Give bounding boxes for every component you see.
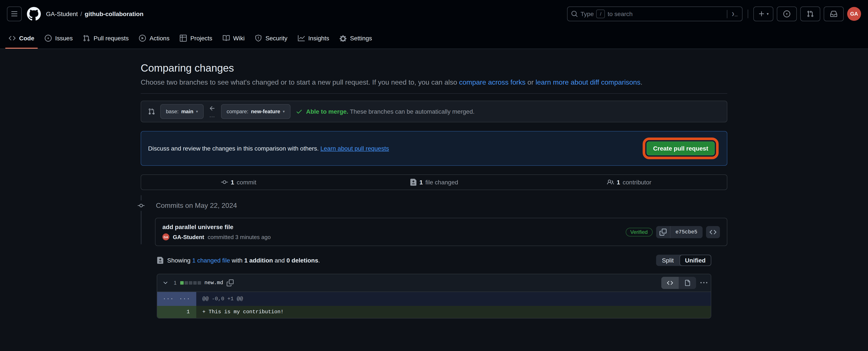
github-logo-icon[interactable] [27, 7, 41, 21]
tab-label: Issues [55, 35, 73, 42]
commits-date-heading: Commits on May 22, 2024 [156, 202, 237, 210]
inbox-icon [830, 10, 837, 17]
files-changed-stat[interactable]: 1 file changed [336, 179, 531, 186]
stat-count: 1 [231, 179, 234, 186]
file-diff-icon [410, 179, 417, 186]
gear-icon [340, 35, 346, 42]
create-pull-request-button[interactable]: Create pull request [647, 141, 715, 155]
tab-issues[interactable]: Issues [41, 28, 76, 48]
tab-pull-requests[interactable]: Pull requests [80, 28, 132, 48]
commit-sha-group: e75cbe5 [656, 226, 703, 238]
search-input[interactable]: Type / to search ❯_ [567, 6, 743, 21]
banner-text: Discuss and review the changes in this c… [148, 145, 320, 152]
pull-request-banner: Discuss and review the changes in this c… [141, 131, 727, 166]
header-actions: Type / to search ❯_ ▾ GA [567, 6, 861, 21]
compare-branch-selector[interactable]: compare: new-feature ▾ [221, 104, 290, 119]
issue-opened-icon [45, 35, 52, 42]
notifications-inbox-button[interactable] [824, 6, 844, 21]
source-rendered-toggle [661, 277, 696, 289]
additions-count: 1 addition [244, 257, 273, 264]
compare-branch-name: new-feature [251, 108, 280, 114]
diff-hunk-row: ··· ··· @@ -0,0 +1 @@ [157, 292, 711, 306]
search-icon [571, 10, 578, 17]
tab-insights[interactable]: Insights [294, 28, 333, 48]
tab-actions[interactable]: Actions [136, 28, 173, 48]
changed-file-link[interactable]: 1 changed file [192, 257, 230, 264]
addition-line-content: + This is my contribution! [196, 306, 711, 318]
expand-up-button[interactable]: ··· [163, 296, 174, 302]
tab-settings[interactable]: Settings [336, 28, 375, 48]
tab-label: Settings [350, 35, 372, 42]
check-icon [296, 108, 303, 115]
tab-projects[interactable]: Projects [177, 28, 216, 48]
diff-view-toggle: Split Unified [656, 255, 711, 266]
diffstat-addition-block [180, 281, 183, 285]
git-compare-icon [148, 108, 155, 115]
play-icon [139, 35, 146, 42]
files-summary-row: Showing 1 changed file with 1 addition a… [157, 255, 711, 266]
base-branch-name: main [181, 108, 193, 114]
unified-view-button[interactable]: Unified [679, 255, 711, 266]
description-text: Choose two branches to see what's change… [141, 78, 459, 86]
user-avatar[interactable]: GA [847, 7, 861, 21]
file-options-button[interactable] [701, 279, 707, 286]
tab-code[interactable]: Code [5, 28, 38, 48]
tab-label: Actions [150, 35, 169, 42]
diffstat-neutral-block [197, 281, 201, 285]
copy-sha-button[interactable] [656, 226, 670, 238]
divider [141, 93, 727, 94]
commit-title-link[interactable]: add parallel universe file [162, 223, 234, 231]
merge-status-text: Able to merge. [306, 108, 348, 115]
branch-range: ... [209, 105, 216, 118]
verified-badge[interactable]: Verified [625, 227, 652, 236]
stat-label: file changed [425, 179, 458, 186]
tab-label: Code [19, 35, 34, 42]
compare-across-forks-link[interactable]: compare across forks [459, 78, 526, 86]
breadcrumb-separator: / [80, 10, 82, 17]
git-commit-icon [138, 201, 145, 211]
view-source-button[interactable] [661, 277, 679, 289]
three-bars-icon [11, 10, 18, 17]
book-icon [223, 35, 230, 42]
browse-code-button[interactable] [706, 226, 720, 238]
chevron-down-icon [162, 280, 168, 286]
repo-nav: Code Issues Pull requests Actions Projec… [0, 28, 868, 49]
caret-down-icon: ▾ [767, 12, 769, 16]
pull-requests-header-button[interactable] [800, 6, 820, 21]
commits-section: Commits on May 22, 2024 add parallel uni… [141, 201, 727, 246]
tab-security[interactable]: Security [252, 28, 291, 48]
breadcrumb-repo-link[interactable]: github-collaboration [85, 10, 144, 17]
stat-count: 1 [617, 179, 620, 186]
copy-file-path-button[interactable] [227, 279, 234, 286]
commits-stat[interactable]: 1 commit [141, 179, 336, 186]
tab-wiki[interactable]: Wiki [219, 28, 248, 48]
commit-sha-link[interactable]: e75cbe5 [670, 226, 703, 238]
description-text: . [641, 78, 643, 86]
create-new-button[interactable]: ▾ [753, 6, 773, 21]
issues-header-button[interactable] [777, 6, 797, 21]
files-changed-section: Showing 1 changed file with 1 addition a… [157, 255, 711, 318]
file-diff-box: 1 new.md [157, 274, 711, 318]
learn-about-pull-requests-link[interactable]: Learn about pull requests [320, 145, 389, 152]
commit-author-link[interactable]: GA-Student [173, 234, 204, 240]
files-summary-text: Showing 1 changed file with 1 addition a… [167, 257, 320, 264]
commit-author-avatar[interactable]: GA [162, 234, 169, 240]
breadcrumb-owner-link[interactable]: GA-Student [46, 10, 78, 17]
command-palette-icon[interactable]: ❯_ [727, 10, 739, 18]
search-placeholder-suffix: to search [608, 10, 633, 17]
tab-label: Pull requests [94, 35, 129, 42]
line-number-gutter[interactable]: 1 [157, 306, 196, 318]
merge-status-detail: These branches can be automatically merg… [348, 108, 474, 115]
contributors-stat[interactable]: 1 contributor [532, 179, 727, 186]
base-branch-selector[interactable]: base: main ▾ [160, 104, 204, 119]
diff-comparisons-link[interactable]: learn more about diff comparisons [536, 78, 641, 86]
collapse-file-button[interactable] [161, 278, 170, 288]
merge-status: Able to merge. These branches can be aut… [296, 108, 474, 115]
expand-down-button[interactable]: ··· [179, 296, 191, 302]
view-rendered-button[interactable] [679, 277, 696, 289]
copy-icon [227, 279, 234, 286]
hamburger-menu-button[interactable] [7, 6, 22, 21]
file-name-link[interactable]: new.md [204, 280, 223, 286]
addition-text: This is my contribution! [209, 309, 284, 315]
split-view-button[interactable]: Split [656, 255, 679, 266]
